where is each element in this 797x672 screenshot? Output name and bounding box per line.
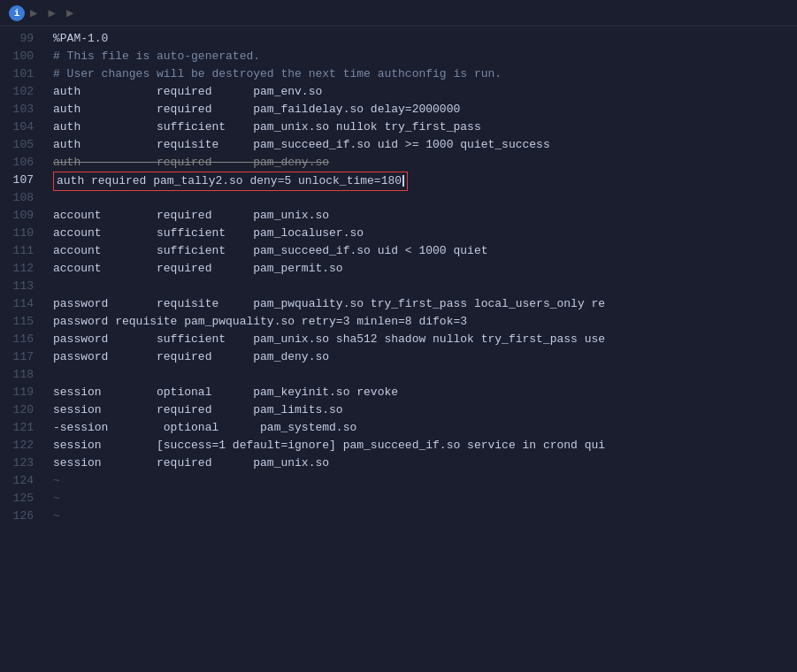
text-cursor (402, 175, 404, 187)
code-line-117: password required pam_deny.so (53, 348, 797, 366)
code-line-105: auth requisite pam_succeed_if.so uid >= … (53, 136, 797, 154)
code-line-118 (53, 366, 797, 384)
line-num-126: 126 (0, 508, 42, 525)
code-line-120: session required pam_limits.so (53, 401, 797, 419)
line-num-112: 112 (0, 260, 42, 278)
code-line-121: -session optional pam_systemd.so (53, 419, 797, 437)
boxed-content: auth required pam_tally2.so deny=5 unloc… (53, 172, 408, 191)
line-num-118: 118 (0, 366, 42, 384)
line-num-99: 99 (0, 30, 42, 48)
editor-area: 9910010110210310410510610710810911011111… (0, 27, 797, 672)
line-num-119: 119 (0, 384, 42, 401)
sep2: ▶ (48, 5, 55, 20)
code-line-106: auth required pam_deny.so (53, 154, 797, 172)
code-line-116: password sufficient pam_unix.so sha512 s… (53, 331, 797, 348)
line-num-124: 124 (0, 472, 42, 490)
line-num-109: 109 (0, 207, 42, 225)
code-line-113 (53, 278, 797, 295)
sep3: ▶ (66, 5, 73, 20)
code-line-110: account sufficient pam_localuser.so (53, 225, 797, 242)
line-num-100: 100 (0, 48, 42, 65)
info-icon: i (9, 5, 25, 21)
code-line-119: session optional pam_keyinit.so revoke (53, 384, 797, 401)
code-line-108 (53, 189, 797, 207)
line-num-101: 101 (0, 65, 42, 83)
code-line-123: session required pam_unix.so (53, 454, 797, 472)
line-num-113: 113 (0, 278, 42, 295)
line-numbers: 9910010110210310410510610710810911011111… (0, 27, 42, 672)
line-num-108: 108 (0, 189, 42, 207)
titlebar: i ▶ ▶ ▶ (0, 0, 797, 27)
line-num-105: 105 (0, 136, 42, 154)
line-num-121: 121 (0, 419, 42, 437)
line-num-102: 102 (0, 83, 42, 101)
line-num-104: 104 (0, 118, 42, 136)
code-line-109: account required pam_unix.so (53, 207, 797, 225)
code-line-101: # User changes will be destroyed the nex… (53, 65, 797, 83)
code-line-103: auth required pam_faildelay.so delay=200… (53, 101, 797, 118)
line-num-114: 114 (0, 295, 42, 313)
line-num-106: 106 (0, 154, 42, 172)
code-line-124: ~ (53, 472, 797, 490)
code-line-99: %PAM-1.0 (53, 30, 797, 48)
code-line-104: auth sufficient pam_unix.so nullok try_f… (53, 118, 797, 136)
sep1: ▶ (30, 5, 37, 20)
line-num-123: 123 (0, 454, 42, 472)
line-num-116: 116 (0, 331, 42, 348)
line-num-115: 115 (0, 313, 42, 331)
line-num-122: 122 (0, 437, 42, 454)
code-line-102: auth required pam_env.so (53, 83, 797, 101)
line-num-125: 125 (0, 490, 42, 508)
code-line-114: password requisite pam_pwquality.so try_… (53, 295, 797, 313)
line-num-111: 111 (0, 242, 42, 260)
code-area[interactable]: %PAM-1.0# This file is auto-generated.# … (42, 27, 797, 672)
code-line-122: session [success=1 default=ignore] pam_s… (53, 437, 797, 454)
code-line-112: account required pam_permit.so (53, 260, 797, 278)
code-line-115: password requisite pam_pwquality.so retr… (53, 313, 797, 331)
line-num-117: 117 (0, 348, 42, 366)
code-line-126: ~ (53, 508, 797, 525)
code-line-107: auth required pam_tally2.so deny=5 unloc… (53, 172, 797, 189)
line-num-107: 107 (0, 172, 42, 189)
line-num-110: 110 (0, 225, 42, 242)
line-num-120: 120 (0, 401, 42, 419)
line-num-103: 103 (0, 101, 42, 118)
code-line-111: account sufficient pam_succeed_if.so uid… (53, 242, 797, 260)
code-line-100: # This file is auto-generated. (53, 48, 797, 65)
code-line-125: ~ (53, 490, 797, 508)
